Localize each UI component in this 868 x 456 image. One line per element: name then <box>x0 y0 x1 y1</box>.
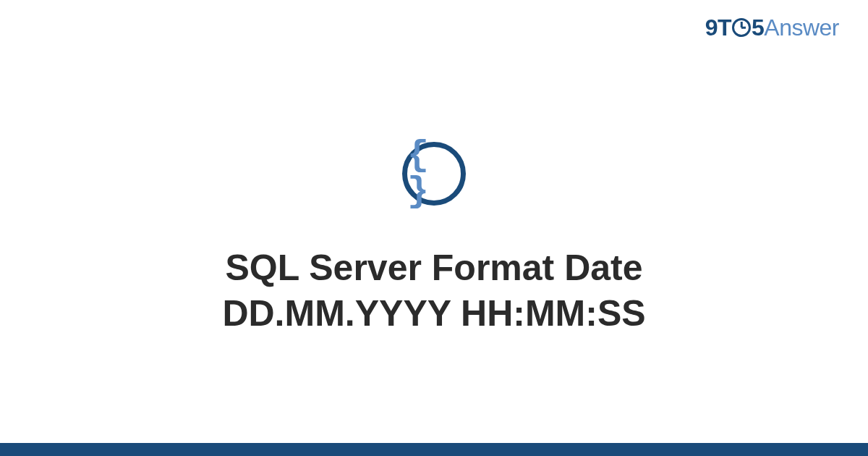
page-title: SQL Server Format Date DD.MM.YYYY HH:MM:… <box>222 245 645 336</box>
main-content: { } SQL Server Format Date DD.MM.YYYY HH… <box>0 0 868 456</box>
code-braces-icon: { } <box>407 138 461 210</box>
category-icon-circle: { } <box>402 142 466 206</box>
title-line-1: SQL Server Format Date <box>225 248 642 288</box>
title-line-2: DD.MM.YYYY HH:MM:SS <box>222 293 645 334</box>
bottom-accent-bar <box>0 443 868 456</box>
